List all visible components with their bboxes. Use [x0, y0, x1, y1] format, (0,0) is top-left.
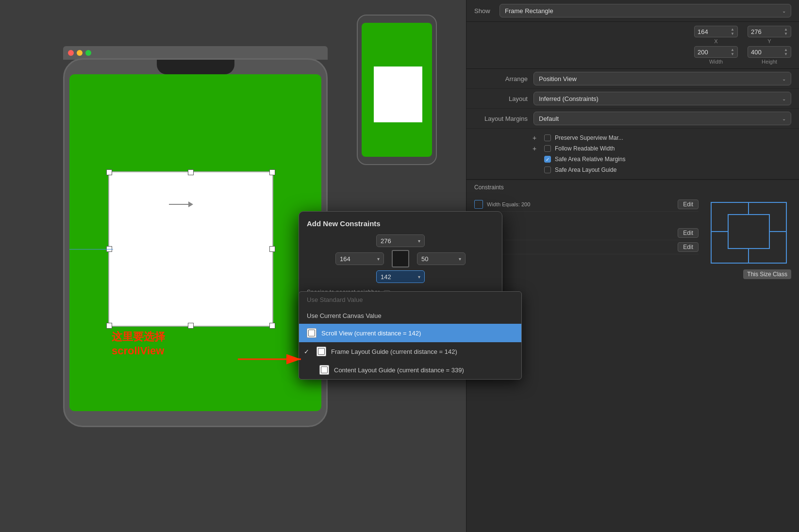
layout-chevron: ⌄	[782, 96, 786, 101]
constraint-line-left	[69, 249, 113, 249]
menu-item-current-canvas[interactable]: Use Current Canvas Value	[299, 308, 521, 324]
iphone-notch	[157, 60, 234, 74]
preserve-checkbox[interactable]	[544, 134, 551, 141]
constraint-edit-3[interactable]: Edit	[678, 242, 699, 252]
safe-area-margins-checkbox[interactable]: ✓	[544, 156, 551, 163]
menu-item-scroll-view[interactable]: Scroll View (current distance = 142)	[299, 324, 521, 342]
minimize-button-dot[interactable]	[77, 50, 83, 56]
constraints-diagram-svg	[706, 198, 791, 268]
safe-area-guide-row: + Safe Area Layout Guide	[474, 165, 791, 175]
maximize-button-dot[interactable]	[85, 50, 91, 56]
constraint-edit-2[interactable]: Edit	[678, 228, 699, 238]
width-up-arrow[interactable]: ▲	[731, 48, 734, 52]
layout-margins-label: Layout Margins	[474, 115, 528, 122]
y-down-arrow[interactable]: ▼	[784, 32, 788, 36]
safe-area-margins-label: Safe Area Relative Margins	[555, 156, 625, 163]
handle-br[interactable]	[269, 323, 275, 329]
red-arrow	[238, 352, 306, 368]
constraint-item-2: Width Edit	[474, 226, 699, 240]
arrange-dropdown[interactable]: Position View ⌄	[533, 72, 791, 85]
handle-tr[interactable]	[269, 169, 275, 175]
x-up-arrow[interactable]: ▲	[731, 28, 734, 32]
layout-row: Layout Inferred (Constraints) ⌄	[466, 89, 799, 109]
constraint-mid-row: 164 ▾ 50 ▾	[307, 250, 494, 267]
handle-bl[interactable]	[106, 323, 112, 329]
menu-item-content-layout[interactable]: ✓ Content Layout Guide (current distance…	[299, 361, 521, 379]
y-field: 276 ▲ ▼ Y	[748, 26, 791, 44]
x-down-arrow[interactable]: ▼	[731, 32, 734, 36]
follow-checkbox[interactable]	[544, 145, 551, 152]
safe-area-guide-checkbox[interactable]	[544, 166, 551, 173]
arrange-label: Arrange	[474, 75, 528, 83]
handle-mr[interactable]	[269, 246, 275, 252]
dialog-title: Add New Constraints	[307, 219, 494, 228]
content-layout-icon	[319, 365, 329, 375]
show-dropdown-chevron: ⌄	[782, 8, 786, 14]
constraint-icon-1	[474, 200, 483, 209]
svg-rect-3	[728, 215, 769, 249]
follow-label: Follow Readable Width	[555, 145, 615, 152]
constraints-section: Constraints Width Equals: 200 Edit Width…	[466, 180, 799, 283]
safe-area-margins-row: + ✓ Safe Area Relative Margins	[474, 154, 791, 165]
center-box	[392, 250, 409, 267]
checkboxes-section: + Preserve Superview Mar... + Follow Rea…	[466, 129, 799, 179]
constraint-spacer	[474, 212, 699, 226]
plus-follow[interactable]: +	[533, 145, 540, 152]
arrange-row: Arrange Position View ⌄	[466, 69, 799, 89]
width-down-arrow[interactable]: ▼	[731, 52, 734, 56]
menu-item-frame-layout[interactable]: ✓ Frame Layout Guide (current distance =…	[299, 342, 521, 361]
canvas-arrow	[169, 201, 193, 207]
layout-margins-row: Layout Margins Default ⌄	[466, 109, 799, 129]
right-constraint-input[interactable]: 50 ▾	[417, 252, 466, 265]
scroll-view-icon	[307, 328, 316, 338]
arrange-chevron: ⌄	[782, 76, 786, 82]
constraint-item-3: Height Edit	[474, 240, 699, 254]
window-chrome	[63, 46, 328, 60]
constraints-title: Constraints	[474, 184, 504, 194]
wh-row: 200 ▲ ▼ Width 400 ▲ ▼ Height	[466, 44, 799, 68]
dropdown-menu: Use Standard Value Use Current Canvas Va…	[299, 291, 522, 380]
top-constraint-input[interactable]: 276 ▾	[376, 234, 425, 247]
height-input[interactable]: 400 ▲ ▼	[748, 46, 791, 58]
layout-dropdown[interactable]: Inferred (Constraints) ⌄	[533, 92, 791, 105]
x-field: 164 ▲ ▼ X	[694, 26, 738, 44]
handle-bm[interactable]	[188, 323, 194, 329]
handle-tm[interactable]	[188, 169, 194, 175]
constraint-edit-1[interactable]: Edit	[678, 200, 699, 209]
preview-phone-screen	[362, 23, 432, 157]
bottom-constraint-input[interactable]: 142 ▾	[376, 270, 425, 283]
preserve-row: + Preserve Superview Mar...	[474, 133, 791, 143]
constraint-top-row: 276 ▾	[307, 234, 494, 247]
follow-row: + Follow Readable Width	[474, 143, 791, 154]
show-label: Show	[474, 7, 494, 15]
width-field: 200 ▲ ▼ Width	[694, 46, 738, 65]
preserve-label: Preserve Superview Mar...	[555, 134, 623, 141]
show-dropdown[interactable]: Frame Rectangle ⌄	[499, 4, 791, 17]
y-up-arrow[interactable]: ▲	[784, 28, 788, 32]
preview-phone	[357, 15, 437, 165]
left-constraint-input[interactable]: 164 ▾	[335, 252, 384, 265]
width-input[interactable]: 200 ▲ ▼	[694, 46, 738, 58]
right-panel: Show Frame Rectangle ⌄ 164 ▲ ▼ X	[466, 0, 799, 532]
size-class-button[interactable]: This Size Class	[743, 269, 791, 279]
height-up-arrow[interactable]: ▲	[784, 48, 788, 52]
iphone-mockup	[63, 58, 328, 427]
close-button-dot[interactable]	[68, 50, 74, 56]
handle-tl[interactable]	[106, 169, 112, 175]
y-input[interactable]: 276 ▲ ▼	[748, 26, 791, 37]
selected-view[interactable]	[108, 171, 273, 327]
x-input[interactable]: 164 ▲ ▼	[694, 26, 738, 37]
constraint-bottom-row: 142 ▾	[307, 270, 494, 283]
show-row: Show Frame Rectangle ⌄	[466, 0, 799, 22]
preview-white-view	[374, 66, 422, 122]
constraint-item-1: Width Equals: 200 Edit	[474, 198, 699, 212]
height-down-arrow[interactable]: ▼	[784, 52, 788, 56]
safe-area-guide-label: Safe Area Layout Guide	[555, 166, 616, 173]
height-field: 400 ▲ ▼ Height	[748, 46, 791, 65]
layout-margins-chevron: ⌄	[782, 116, 786, 121]
frame-layout-icon	[316, 347, 326, 356]
plus-preserve[interactable]: +	[533, 134, 540, 142]
layout-margins-dropdown[interactable]: Default ⌄	[533, 112, 791, 125]
chinese-annotation: 这里要选择 scrollView	[112, 330, 165, 358]
menu-item-standard: Use Standard Value	[299, 292, 521, 308]
